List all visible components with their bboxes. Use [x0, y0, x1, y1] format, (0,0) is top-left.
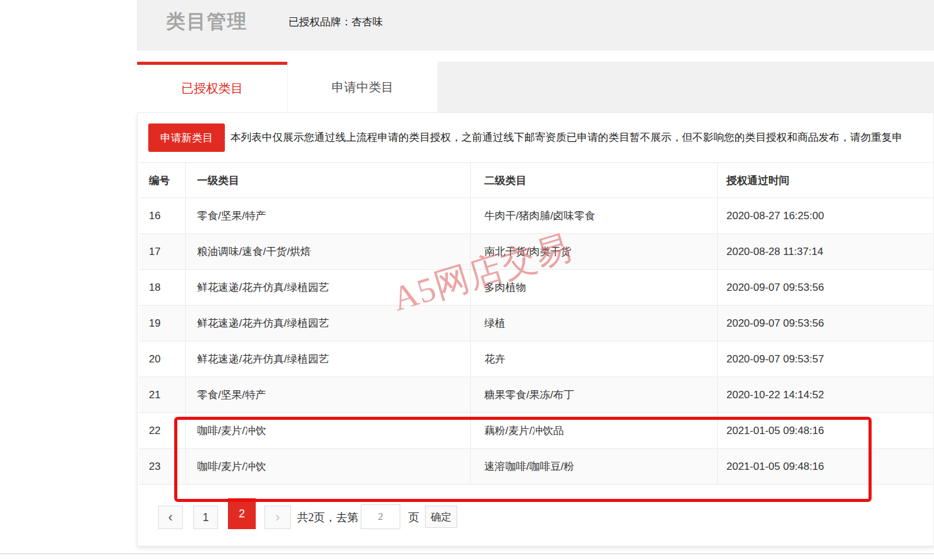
cell-approved-time: 2020-08-27 16:25:00: [717, 198, 933, 233]
table-row: 19 鲜花速递/花卉仿真/绿植园艺 绿植 2020-09-07 09:53:56: [139, 306, 933, 341]
prev-page-button[interactable]: ‹: [158, 506, 183, 529]
next-page-button[interactable]: ›: [264, 506, 291, 529]
jump-page-input[interactable]: [361, 504, 400, 529]
table-row: 23 咖啡/麦片/冲饮 速溶咖啡/咖啡豆/粉 2021-01-05 09:48:…: [139, 449, 933, 485]
page-button-2-current[interactable]: 2: [228, 498, 256, 529]
cell-id: 18: [139, 270, 185, 305]
cell-level2-category: 南北干货/肉类干货: [470, 234, 717, 269]
bottom-divider: [0, 553, 934, 554]
cell-id: 17: [139, 234, 185, 269]
authorized-brand-label: 已授权品牌：杏杏味: [288, 14, 383, 30]
table-row: 18 鲜花速递/花卉仿真/绿植园艺 多肉植物 2020-09-07 09:53:…: [139, 270, 933, 306]
cell-approved-time: 2020-09-07 09:53:56: [717, 306, 933, 341]
page-unit-text: 页: [408, 506, 419, 529]
toolbar: 申请新类目 本列表中仅展示您通过线上流程申请的类目授权，之前通过线下邮寄资质已申…: [148, 123, 933, 152]
tab-pending-categories[interactable]: 申请中类目: [287, 62, 437, 112]
cell-level1-category: 咖啡/麦片/冲饮: [185, 449, 470, 484]
column-header-level2: 二级类目: [470, 163, 717, 198]
cell-approved-time: 2020-09-07 09:53:57: [717, 341, 933, 377]
pagination: ‹ 1 2 › 共2页，去第 页 确定: [158, 496, 457, 529]
column-header-approved-time: 授权通过时间: [717, 163, 933, 198]
chevron-left-icon: ‹: [168, 509, 172, 525]
cell-level1-category: 鲜花速递/花卉仿真/绿植园艺: [185, 270, 470, 305]
page-header: 类目管理 已授权品牌：杏杏味: [137, 0, 934, 51]
cell-level1-category: 咖啡/麦片/冲饮: [185, 413, 470, 448]
page-summary-text: 共2页，去第: [297, 506, 358, 529]
cell-id: 19: [139, 306, 185, 341]
authorized-categories-panel: 申请新类目 本列表中仅展示您通过线上流程申请的类目授权，之前通过线下邮寄资质已申…: [137, 112, 934, 546]
table-row: 22 咖啡/麦片/冲饮 藕粉/麦片/冲饮品 2021-01-05 09:48:1…: [139, 413, 933, 449]
table-body: 16 零食/坚果/特产 牛肉干/猪肉脯/卤味零食 2020-08-27 16:2…: [139, 198, 933, 485]
cell-level1-category: 零食/坚果/特产: [185, 377, 470, 412]
cell-approved-time: 2021-01-05 09:48:16: [717, 413, 933, 448]
apply-new-category-button[interactable]: 申请新类目: [148, 123, 225, 152]
cell-approved-time: 2020-10-22 14:14:52: [717, 377, 933, 412]
tabstrip-filler: [437, 62, 934, 112]
cell-level1-category: 零食/坚果/特产: [185, 198, 470, 233]
column-header-level1: 一级类目: [185, 163, 470, 198]
cell-id: 21: [139, 377, 185, 412]
cell-approved-time: 2021-01-05 09:48:16: [717, 449, 933, 484]
cell-level2-category: 绿植: [470, 306, 717, 341]
cell-level1-category: 粮油调味/速食/干货/烘焙: [185, 234, 470, 269]
chevron-right-icon: ›: [276, 509, 280, 525]
column-header-id: 编号: [139, 163, 185, 198]
cell-level2-category: 花卉: [470, 341, 717, 377]
cell-id: 16: [139, 198, 185, 233]
tab-authorized-categories[interactable]: 已授权类目: [137, 62, 287, 112]
cell-level2-category: 速溶咖啡/咖啡豆/粉: [470, 449, 717, 484]
cell-level2-category: 牛肉干/猪肉脯/卤味零食: [470, 198, 717, 233]
cell-level1-category: 鲜花速递/花卉仿真/绿植园艺: [185, 306, 470, 341]
cell-level2-category: 多肉植物: [470, 270, 717, 305]
cell-approved-time: 2020-08-28 11:37:14: [717, 234, 933, 269]
table-header-row: 编号 一级类目 二级类目 授权通过时间: [139, 162, 933, 198]
cell-level2-category: 藕粉/麦片/冲饮品: [470, 413, 717, 448]
cell-approved-time: 2020-09-07 09:53:56: [717, 270, 933, 305]
cell-level2-category: 糖果零食/果冻/布丁: [470, 377, 717, 412]
table-row: 17 粮油调味/速食/干货/烘焙 南北干货/肉类干货 2020-08-28 11…: [139, 234, 933, 270]
table-row: 16 零食/坚果/特产 牛肉干/猪肉脯/卤味零食 2020-08-27 16:2…: [139, 198, 933, 234]
category-table: 编号 一级类目 二级类目 授权通过时间 16 零食/坚果/特产 牛肉干/猪肉脯/…: [139, 162, 933, 485]
table-row: 20 鲜花速递/花卉仿真/绿植园艺 花卉 2020-09-07 09:53:57: [139, 341, 933, 377]
category-management-page: 类目管理 已授权品牌：杏杏味 已授权类目 申请中类目 申请新类目 本列表中仅展示…: [0, 0, 934, 560]
notice-text: 本列表中仅展示您通过线上流程申请的类目授权，之前通过线下邮寄资质已申请的类目暂不…: [230, 123, 902, 152]
confirm-jump-button[interactable]: 确定: [425, 506, 457, 528]
table-row: 21 零食/坚果/特产 糖果零食/果冻/布丁 2020-10-22 14:14:…: [139, 377, 933, 413]
cell-id: 20: [139, 341, 185, 377]
cell-id: 23: [139, 449, 185, 484]
page-title: 类目管理: [166, 8, 248, 35]
cell-id: 22: [139, 413, 185, 448]
page-button-1[interactable]: 1: [193, 506, 218, 529]
cell-level1-category: 鲜花速递/花卉仿真/绿植园艺: [185, 341, 470, 377]
